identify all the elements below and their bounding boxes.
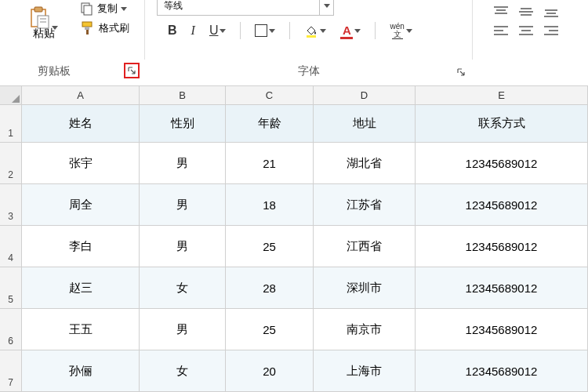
column-header[interactable]: E [416, 86, 588, 105]
align-left-button[interactable] [492, 24, 510, 38]
caret-down-icon [406, 29, 412, 33]
copy-icon [80, 2, 94, 16]
caret-down-icon [269, 29, 275, 33]
column-header[interactable]: C [226, 86, 314, 105]
fill-bucket-icon [304, 24, 318, 38]
caret-down-icon [324, 4, 330, 8]
table-cell[interactable]: 女 [140, 350, 226, 392]
table-header-cell[interactable]: 性别 [140, 105, 226, 143]
row-header[interactable]: 2 [0, 143, 22, 184]
table-cell[interactable]: 江西省 [314, 226, 416, 267]
format-painter-label: 格式刷 [99, 21, 129, 35]
caret-down-icon [320, 29, 326, 33]
align-center-button[interactable] [517, 24, 535, 38]
table-cell[interactable]: 江苏省 [314, 184, 416, 226]
table-cell[interactable]: 12345689012 [416, 350, 588, 392]
bold-button[interactable]: B [168, 24, 177, 38]
table-cell[interactable]: 上海市 [314, 350, 416, 392]
format-painter-button[interactable]: 格式刷 [80, 20, 129, 36]
alignment-group [483, 0, 585, 38]
table-cell[interactable]: 周全 [22, 184, 140, 226]
table-header-cell[interactable]: 联系方式 [416, 105, 588, 143]
svg-rect-1 [34, 7, 42, 12]
ribbon: 粘贴 复制 格式刷 等线 B I U [0, 0, 588, 86]
fill-color-button[interactable] [304, 24, 326, 38]
table-cell[interactable]: 男 [140, 226, 226, 267]
font-color-button[interactable]: A [340, 24, 361, 38]
table-cell[interactable]: 20 [226, 350, 314, 392]
column-header[interactable]: B [140, 86, 226, 105]
column-header[interactable]: D [314, 86, 416, 105]
table-cell[interactable]: 张宇 [22, 143, 140, 184]
caret-down-icon [220, 29, 226, 33]
font-name-dropdown[interactable]: 等线 [157, 0, 334, 16]
svg-rect-6 [84, 5, 92, 15]
spreadsheet-grid[interactable]: ABCDE1姓名性别年龄地址联系方式2张宇男21湖北省123456890123周… [0, 86, 588, 392]
table-cell[interactable]: 21 [226, 143, 314, 184]
table-header-cell[interactable]: 年龄 [226, 105, 314, 143]
table-cell[interactable]: 18 [226, 184, 314, 226]
align-bottom-button[interactable] [543, 5, 560, 19]
align-right-button[interactable] [543, 24, 560, 38]
font-name-value: 等线 [164, 0, 183, 13]
clipboard-dialog-launcher[interactable] [124, 63, 140, 78]
align-top-button[interactable] [492, 5, 510, 19]
table-cell[interactable]: 深圳市 [314, 267, 416, 309]
row-header[interactable]: 3 [0, 184, 22, 226]
clipboard-group: 粘贴 复制 格式刷 [14, 0, 140, 60]
row-header[interactable]: 4 [0, 226, 22, 267]
divider [289, 22, 290, 39]
divider [240, 22, 241, 39]
table-cell[interactable]: 王五 [22, 309, 140, 350]
paste-label: 粘贴 [33, 27, 55, 41]
row-header[interactable]: 6 [0, 309, 22, 350]
table-cell[interactable]: 25 [226, 309, 314, 350]
svg-rect-7 [82, 22, 92, 27]
row-header[interactable]: 7 [0, 350, 22, 392]
table-cell[interactable]: 12345689012 [416, 143, 588, 184]
format-painter-icon [80, 20, 96, 36]
italic-button[interactable]: I [191, 24, 195, 38]
font-group-label: 字体 [298, 64, 320, 78]
align-middle-button[interactable] [517, 5, 535, 19]
table-cell[interactable]: 12345689012 [416, 267, 588, 309]
paste-button[interactable]: 粘贴 [30, 6, 58, 41]
caret-down-icon [354, 29, 361, 33]
caret-down-icon [121, 7, 127, 11]
table-cell[interactable]: 湖北省 [314, 143, 416, 184]
row-header[interactable]: 1 [0, 105, 22, 143]
column-header[interactable]: A [22, 86, 140, 105]
select-all-corner[interactable] [0, 86, 22, 105]
table-cell[interactable]: 12345689012 [416, 184, 588, 226]
phonetic-guide-button[interactable]: wén 文 [390, 23, 412, 39]
group-divider [144, 0, 145, 60]
table-cell[interactable]: 25 [226, 226, 314, 267]
border-button[interactable] [255, 24, 275, 37]
table-cell[interactable]: 男 [140, 184, 226, 226]
table-cell[interactable]: 12345689012 [416, 226, 588, 267]
border-icon [255, 24, 267, 37]
launcher-icon [456, 67, 466, 77]
table-header-cell[interactable]: 地址 [314, 105, 416, 143]
launcher-icon [127, 66, 136, 75]
copy-label: 复制 [97, 2, 118, 16]
table-cell[interactable]: 南京市 [314, 309, 416, 350]
table-cell[interactable]: 赵三 [22, 267, 140, 309]
table-cell[interactable]: 李白 [22, 226, 140, 267]
copy-button[interactable]: 复制 [80, 2, 127, 16]
row-header[interactable]: 5 [0, 267, 22, 309]
table-header-cell[interactable]: 姓名 [22, 105, 140, 143]
table-cell[interactable]: 12345689012 [416, 309, 588, 350]
group-divider [472, 0, 473, 60]
table-cell[interactable]: 28 [226, 267, 314, 309]
font-dialog-launcher[interactable] [453, 64, 469, 80]
table-cell[interactable]: 女 [140, 267, 226, 309]
table-cell[interactable]: 男 [140, 309, 226, 350]
font-color-swatch [340, 37, 353, 39]
table-cell[interactable]: 孙俪 [22, 350, 140, 392]
underline-button[interactable]: U [209, 24, 227, 38]
svg-rect-8 [85, 27, 89, 30]
divider [375, 22, 376, 39]
table-cell[interactable]: 男 [140, 143, 226, 184]
clipboard-group-label: 剪贴板 [38, 64, 71, 78]
